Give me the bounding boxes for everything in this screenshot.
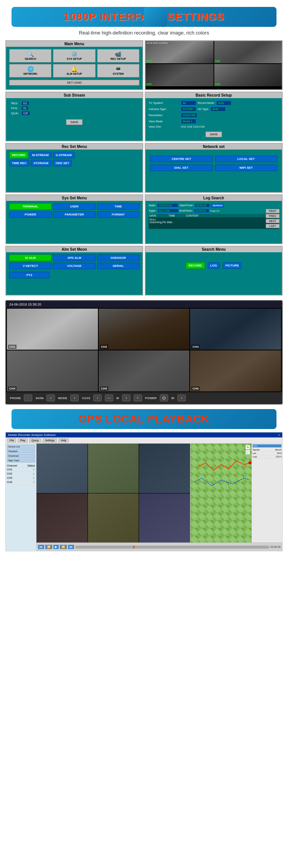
- rec-set-title: Rec Set Menu: [6, 144, 142, 150]
- log-last-button[interactable]: LAST: [266, 224, 280, 228]
- menu-network[interactable]: 🌐 NETWORK: [9, 64, 51, 77]
- menu-alm-setup[interactable]: 🔔 ALM SETUP: [53, 64, 95, 77]
- format-button[interactable]: FORMAT: [97, 211, 139, 218]
- search-log-button[interactable]: LOG: [208, 262, 220, 269]
- dvr-cam3: CH3: [190, 309, 281, 350]
- serial-button[interactable]: SERIAL: [97, 263, 139, 269]
- record-button[interactable]: RECORD: [9, 152, 28, 158]
- sw-sidebar-map[interactable]: Map Track: [7, 459, 35, 462]
- local-set-button[interactable]: LOCAL SET: [215, 156, 278, 162]
- dial-set-button[interactable]: DIAL SET: [150, 164, 213, 171]
- sw-ff-btn[interactable]: ⏩: [60, 545, 67, 549]
- ptz-button[interactable]: PTZ: [9, 272, 50, 278]
- search-picture-button[interactable]: PICTURE: [223, 262, 242, 269]
- phone-icon: 📞: [26, 396, 30, 400]
- sw-info-table: Channel Status CH1 ✓ CH2 ✓ CH3 ✓ CH4 ✓: [7, 464, 35, 485]
- gps-title: GPS LOCAL PLAYBACK: [19, 413, 269, 425]
- alm-set-panel: Alm Set Meon IO ALM SPD ALM GSENSOR V DE…: [5, 246, 143, 296]
- dvr-cam4: CH4: [7, 350, 98, 391]
- alm-setup-icon: 🔔: [54, 66, 94, 72]
- odd-set-button[interactable]: ODD SET: [53, 160, 72, 166]
- power-button[interactable]: POWER: [9, 211, 51, 218]
- dvr-power-btn[interactable]: ⏻: [160, 395, 168, 401]
- sw-stat-lat-label: Lat:: [253, 452, 257, 454]
- sw-play-btn-toolbar[interactable]: Play: [18, 438, 28, 442]
- dvr-plus-btn[interactable]: +: [134, 395, 142, 401]
- sw-query-btn[interactable]: Query: [29, 438, 41, 442]
- sub-stream-save-button[interactable]: SAVE: [66, 119, 83, 125]
- dvr-avin-btn[interactable]: ▪: [46, 395, 55, 401]
- log-type-label: Type:: [149, 209, 156, 212]
- menu-rec-setup[interactable]: 📹 REC SETUP: [97, 49, 139, 62]
- parameter-button[interactable]: PARAMETER: [53, 211, 95, 218]
- s-stream-button[interactable]: S-STREAM: [53, 152, 74, 158]
- gsensor-button[interactable]: GSENSOR: [97, 255, 139, 261]
- v-detect-button[interactable]: V DETECT: [9, 263, 51, 269]
- log-start-label: StartTime:: [179, 204, 194, 207]
- sw-sidebar-playback[interactable]: Playback: [7, 449, 35, 453]
- software-section: Mobile Recorder Analysis Software × File…: [5, 432, 283, 551]
- fps-label: FPS:: [10, 106, 20, 110]
- ch2-label: CH2: [215, 60, 220, 62]
- spd-alm-button[interactable]: SPD ALM: [53, 255, 95, 261]
- log-start-input[interactable]: [195, 203, 210, 207]
- menu-system[interactable]: 💻 SYSTEM: [97, 64, 139, 77]
- io-alm-button[interactable]: IO ALM: [9, 255, 51, 261]
- sw-rewind-btn[interactable]: ⏪: [45, 545, 52, 549]
- set-lead-button[interactable]: SET LEAD: [9, 80, 139, 85]
- log-first-button[interactable]: FIRST: [266, 209, 280, 213]
- sw-file-btn[interactable]: File: [7, 438, 16, 442]
- sw-map-background: [190, 444, 252, 542]
- sys-set-row2: POWER PARAMETER FORMAT: [9, 211, 139, 218]
- sw-vid6: [139, 493, 190, 543]
- sw-time-display: 00:00:00: [270, 546, 281, 548]
- log-search-button[interactable]: SEARCH: [211, 204, 224, 207]
- dvr-m-btn[interactable]: ▪: [122, 395, 131, 401]
- dvr-phone-btn[interactable]: 📞: [24, 395, 32, 401]
- m-stream-button[interactable]: M-STREAM: [30, 152, 51, 158]
- menu-search[interactable]: 🔍 SEARCH: [9, 49, 51, 62]
- log-date-input[interactable]: [157, 203, 178, 207]
- log-type-input[interactable]: [157, 209, 179, 213]
- sw-row1-ch: CH1: [7, 468, 12, 471]
- wifi-set-button[interactable]: WIFI SET: [215, 164, 278, 171]
- dvr-monitor-section: 24-06-2019 15:38:20 CH1 CH2 CH3 CH4 CH5 …: [5, 300, 283, 404]
- log-end-label: EndTime:: [180, 209, 193, 212]
- dvr-mode-btn[interactable]: ▪: [70, 395, 79, 401]
- search-menu-buttons: RECORD LOG PICTURE: [149, 255, 279, 276]
- basic-record-panel: Basic Record Setup TV System: AL Record …: [145, 92, 283, 141]
- menu-sys-setup[interactable]: ⚙️ SYS SETUP: [53, 49, 95, 62]
- dvr-ch4-label: CH4: [8, 386, 17, 391]
- sw-sidebar-download[interactable]: Download: [7, 454, 35, 458]
- dvr-ir-btn[interactable]: ▪: [177, 395, 186, 401]
- sw-map-zoom-btn[interactable]: + -: [245, 445, 250, 455]
- voltage-button[interactable]: VOLTAGE: [53, 263, 95, 269]
- sw-timeline[interactable]: [75, 546, 269, 549]
- time-rec-button[interactable]: TIME REC: [9, 160, 29, 166]
- sw-prev-btn[interactable]: ⏮: [38, 545, 44, 549]
- search-record-button[interactable]: RECORD: [186, 262, 205, 269]
- sw-next-btn[interactable]: ⏭: [68, 545, 74, 549]
- log-end-input[interactable]: [194, 209, 209, 213]
- sw-sidebar-device[interactable]: Device List: [7, 445, 35, 449]
- storage-button[interactable]: STORAGE: [31, 160, 51, 166]
- close-icon[interactable]: ×: [278, 433, 280, 437]
- sw-help-btn[interactable]: Help: [58, 438, 68, 442]
- time-button[interactable]: TIME: [97, 203, 139, 210]
- dvr-v1v2-btn[interactable]: ▪: [93, 395, 102, 401]
- terminal-button[interactable]: TERMINAL: [9, 203, 51, 210]
- centre-set-button[interactable]: CENTRE SET: [150, 156, 213, 162]
- sw-settings-btn[interactable]: Settings: [43, 438, 57, 442]
- sw-play-btn-bar[interactable]: ▶: [53, 545, 59, 549]
- log-next-button[interactable]: NEXT: [266, 219, 280, 223]
- dvr-timestamp: 24-06-2019 15:38:20: [9, 302, 41, 306]
- log-prev-button[interactable]: PREV: [266, 214, 280, 218]
- user-button[interactable]: USER: [53, 203, 95, 210]
- dvr-minus-btn[interactable]: —: [105, 395, 113, 401]
- sys-setup-icon: ⚙️: [54, 51, 94, 57]
- tv-system-row: TV System: AL Record Mode: Auto: [149, 100, 279, 105]
- basic-record-save-button[interactable]: SAVE: [205, 132, 222, 137]
- alm-row1: IO ALM SPD ALM GSENSOR: [9, 255, 139, 261]
- sw-vid3: [139, 444, 190, 493]
- dvr-ch5-label: CH5: [100, 386, 108, 391]
